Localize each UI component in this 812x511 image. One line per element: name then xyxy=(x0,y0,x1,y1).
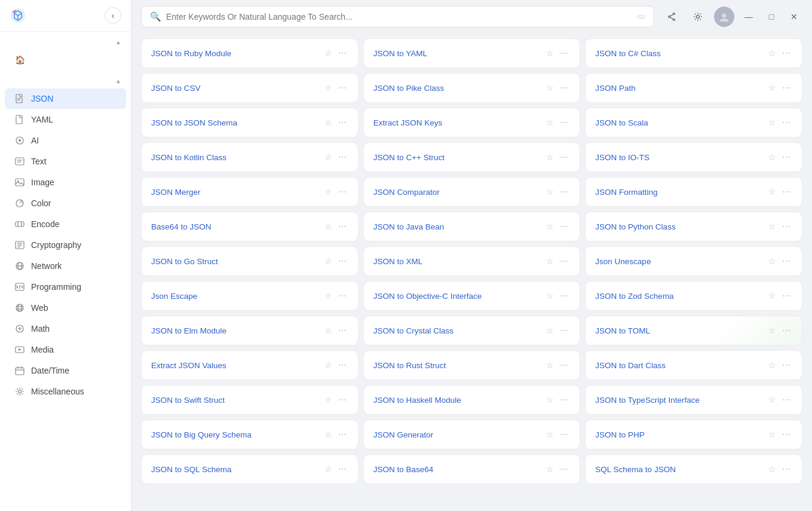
more-button[interactable]: ⋯ xyxy=(558,117,570,128)
tool-card[interactable]: Extract JSON Keys☆⋯ xyxy=(363,108,581,137)
more-button[interactable]: ⋯ xyxy=(336,221,348,232)
more-button[interactable]: ⋯ xyxy=(558,255,570,267)
star-button[interactable]: ☆ xyxy=(323,186,334,198)
more-button[interactable]: ⋯ xyxy=(558,290,570,302)
sidebar-item-miscellaneous[interactable]: Miscellaneous xyxy=(5,381,126,402)
star-button[interactable]: ☆ xyxy=(544,429,556,440)
tool-card[interactable]: JSON to C# Class☆⋯ xyxy=(585,38,802,68)
star-button[interactable]: ☆ xyxy=(767,186,778,198)
more-button[interactable]: ⋯ xyxy=(780,221,792,232)
sidebar-item-home[interactable]: 🏠 xyxy=(5,50,126,70)
star-button[interactable]: ☆ xyxy=(544,186,556,198)
tool-card[interactable]: Base64 to JSON☆⋯ xyxy=(141,212,358,241)
more-button[interactable]: ⋯ xyxy=(336,186,348,198)
tool-card[interactable]: SQL Schema to JSON☆⋯ xyxy=(585,454,802,484)
star-button[interactable]: ☆ xyxy=(544,117,556,128)
more-button[interactable]: ⋯ xyxy=(780,325,792,336)
close-button[interactable]: ✕ xyxy=(786,8,802,25)
sidebar-item-programming[interactable]: Programming xyxy=(5,277,126,297)
more-button[interactable]: ⋯ xyxy=(780,394,792,406)
sidebar-item-image[interactable]: Image xyxy=(5,172,126,192)
star-button[interactable]: ☆ xyxy=(544,394,556,406)
tool-card[interactable]: JSON to Go Struct☆⋯ xyxy=(141,246,358,276)
star-button[interactable]: ☆ xyxy=(323,47,334,59)
minimize-button[interactable]: — xyxy=(740,8,757,25)
tool-card[interactable]: JSON to Crystal Class☆⋯ xyxy=(363,316,581,345)
star-button[interactable]: ☆ xyxy=(544,255,556,267)
tool-card[interactable]: JSON to TypeScript Interface☆⋯ xyxy=(585,385,802,415)
star-button[interactable]: ☆ xyxy=(323,463,334,475)
more-button[interactable]: ⋯ xyxy=(780,151,792,163)
sidebar-item-network[interactable]: Network xyxy=(5,256,126,276)
sidebar-item-web[interactable]: Web xyxy=(5,298,126,318)
star-button[interactable]: ☆ xyxy=(767,151,778,163)
tool-card[interactable]: JSON to XML☆⋯ xyxy=(363,246,581,276)
star-button[interactable]: ☆ xyxy=(767,47,778,59)
more-button[interactable]: ⋯ xyxy=(558,359,570,371)
star-button[interactable]: ☆ xyxy=(767,429,778,440)
star-button[interactable]: ☆ xyxy=(323,325,334,336)
more-button[interactable]: ⋯ xyxy=(336,290,348,302)
more-button[interactable]: ⋯ xyxy=(336,47,348,59)
tool-card[interactable]: JSON to Swift Struct☆⋯ xyxy=(141,385,358,415)
more-button[interactable]: ⋯ xyxy=(558,394,570,406)
sidebar-item-datetime[interactable]: Date/Time xyxy=(5,360,126,381)
more-button[interactable]: ⋯ xyxy=(780,186,792,198)
sidebar-item-color[interactable]: Color xyxy=(5,193,126,213)
tool-card[interactable]: JSON Formatting☆⋯ xyxy=(585,177,802,207)
star-button[interactable]: ☆ xyxy=(323,255,334,267)
star-button[interactable]: ☆ xyxy=(544,325,556,336)
sidebar-item-ai[interactable]: AI xyxy=(5,130,126,151)
search-input[interactable] xyxy=(166,12,632,22)
star-button[interactable]: ☆ xyxy=(323,429,334,440)
star-button[interactable]: ☆ xyxy=(323,151,334,163)
star-button[interactable]: ☆ xyxy=(323,359,334,371)
star-button[interactable]: ☆ xyxy=(767,325,778,336)
star-button[interactable]: ☆ xyxy=(544,151,556,163)
more-button[interactable]: ⋯ xyxy=(336,82,348,94)
tool-card[interactable]: JSON to SQL Schema☆⋯ xyxy=(141,454,358,484)
sidebar-item-cryptography[interactable]: Cryptography xyxy=(5,235,126,255)
more-button[interactable]: ⋯ xyxy=(336,325,348,336)
tool-card[interactable]: JSON to CSV☆⋯ xyxy=(141,73,358,103)
more-button[interactable]: ⋯ xyxy=(336,359,348,371)
tool-card[interactable]: JSON to Ruby Module☆⋯ xyxy=(141,38,358,68)
sidebar-item-media[interactable]: Media xyxy=(5,339,126,360)
settings-button[interactable] xyxy=(688,7,708,27)
tool-card[interactable]: JSON to TOML☆⋯ xyxy=(585,316,802,345)
more-button[interactable]: ⋯ xyxy=(558,151,570,163)
more-button[interactable]: ⋯ xyxy=(336,255,348,267)
maximize-button[interactable]: □ xyxy=(763,8,780,25)
star-button[interactable]: ☆ xyxy=(544,463,556,475)
sidebar-item-json[interactable]: JSON xyxy=(5,88,126,109)
star-button[interactable]: ☆ xyxy=(323,117,334,128)
tool-card[interactable]: JSON to Zod Schema☆⋯ xyxy=(585,281,802,311)
more-button[interactable]: ⋯ xyxy=(336,151,348,163)
tool-card[interactable]: JSON Generator☆⋯ xyxy=(363,420,581,449)
star-button[interactable]: ☆ xyxy=(767,117,778,128)
star-button[interactable]: ☆ xyxy=(323,82,334,94)
more-button[interactable]: ⋯ xyxy=(558,47,570,59)
star-button[interactable]: ☆ xyxy=(767,394,778,406)
sidebar-item-math[interactable]: Math xyxy=(5,319,126,339)
back-button[interactable]: ‹ xyxy=(105,7,121,24)
tool-card[interactable]: JSON to Elm Module☆⋯ xyxy=(141,316,358,345)
more-button[interactable]: ⋯ xyxy=(780,255,792,267)
tool-card[interactable]: Json Escape☆⋯ xyxy=(141,281,358,311)
more-button[interactable]: ⋯ xyxy=(558,463,570,475)
more-button[interactable]: ⋯ xyxy=(558,429,570,440)
tool-card[interactable]: JSON to Base64☆⋯ xyxy=(363,454,581,484)
star-button[interactable]: ☆ xyxy=(544,290,556,302)
more-button[interactable]: ⋯ xyxy=(780,463,792,475)
star-button[interactable]: ☆ xyxy=(544,47,556,59)
sidebar-item-yaml[interactable]: YAML xyxy=(5,109,126,130)
tool-card[interactable]: JSON to Objective-C Interface☆⋯ xyxy=(363,281,581,311)
tool-card[interactable]: JSON to Java Bean☆⋯ xyxy=(363,212,581,241)
tool-card[interactable]: JSON to Python Class☆⋯ xyxy=(585,212,802,241)
tool-card[interactable]: JSON Path☆⋯ xyxy=(585,73,802,103)
share-button[interactable] xyxy=(661,7,682,27)
more-button[interactable]: ⋯ xyxy=(780,82,792,94)
more-button[interactable]: ⋯ xyxy=(780,117,792,128)
tool-card[interactable]: JSON to JSON Schema☆⋯ xyxy=(141,108,358,137)
star-button[interactable]: ☆ xyxy=(323,394,334,406)
